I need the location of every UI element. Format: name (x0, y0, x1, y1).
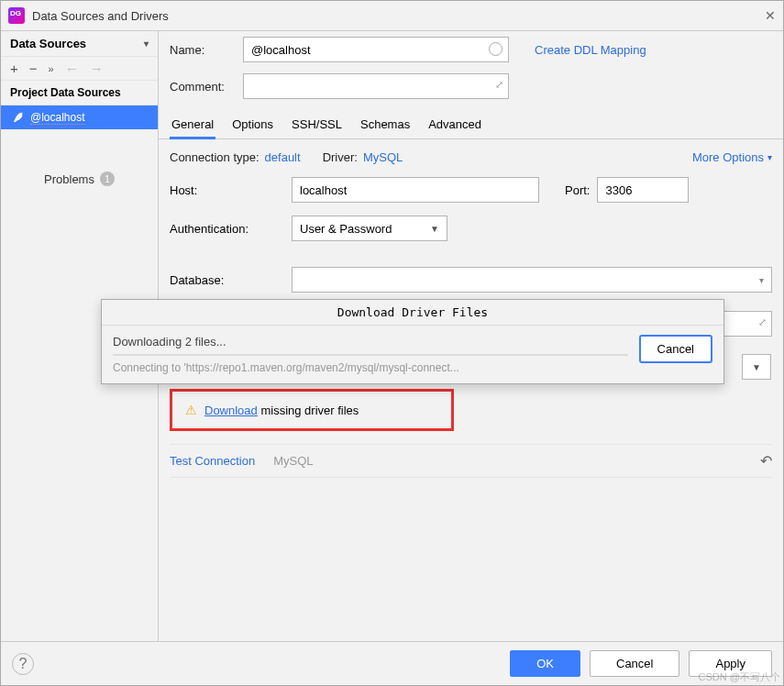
port-input[interactable]: 3306 (597, 177, 689, 203)
sidebar-section-label: Project Data Sources (1, 81, 158, 105)
database-row: Database: ▾ (170, 267, 772, 293)
name-value: @localhost (251, 43, 311, 57)
chevron-down-icon: ▾ (759, 275, 764, 285)
sidebar-toolbar: + − » ← → (1, 57, 158, 81)
download-dialog: Download Driver Files Downloading 2 file… (101, 299, 724, 384)
more-options-link[interactable]: More Options ▾ (692, 150, 772, 164)
ok-button[interactable]: OK (510, 650, 580, 677)
connection-type-link[interactable]: default (265, 150, 301, 164)
download-message: Downloading 2 files... (113, 335, 628, 349)
sidebar-item-localhost[interactable]: @localhost (1, 105, 158, 129)
test-row: Test Connection MySQL ↶ (170, 444, 772, 478)
comment-input[interactable]: ⤢ (243, 73, 509, 99)
create-ddl-link[interactable]: Create DDL Mapping (535, 43, 646, 57)
color-circle-icon[interactable] (489, 42, 502, 56)
database-label: Database: (170, 273, 284, 287)
name-input[interactable]: @localhost (243, 37, 509, 62)
add-icon[interactable]: + (10, 61, 18, 76)
download-banner: ⚠ Download missing driver files (170, 389, 454, 431)
database-input[interactable]: ▾ (292, 267, 772, 293)
remove-icon[interactable]: − (29, 61, 38, 76)
driver-link[interactable]: MySQL (363, 150, 403, 164)
revert-icon[interactable]: ↶ (760, 452, 772, 470)
problems-label: Problems (44, 172, 94, 186)
auth-label: Authentication: (170, 222, 284, 236)
name-label: Name: (170, 43, 236, 57)
forward-icon: → (90, 61, 104, 76)
feather-icon (10, 110, 25, 125)
warning-icon: ⚠ (185, 403, 197, 417)
tab-general[interactable]: General (170, 112, 215, 139)
comment-label: Comment: (170, 80, 236, 94)
download-dialog-title: Download Driver Files (102, 300, 723, 326)
chevron-down-icon: ▾ (144, 39, 149, 49)
hidden-dropdown[interactable]: ▼ (742, 354, 771, 380)
test-connection-link[interactable]: Test Connection (170, 454, 255, 468)
auth-select[interactable]: User & Password ▼ (292, 216, 447, 241)
sidebar-problems[interactable]: Problems 1 (1, 166, 158, 192)
more-options-label: More Options (692, 150, 764, 164)
expand-icon[interactable]: ⤢ (495, 79, 503, 91)
download-rest: missing driver files (258, 404, 359, 417)
tab-schemas[interactable]: Schemas (359, 112, 412, 138)
download-sub: Connecting to 'https://repo1.maven.org/m… (113, 361, 628, 374)
help-button[interactable]: ? (12, 653, 34, 675)
tab-options[interactable]: Options (230, 112, 275, 138)
host-row: Host: localhost Port: 3306 (170, 177, 772, 203)
sidebar-item-label: @localhost (30, 111, 85, 125)
window-title: Data Sources and Drivers (32, 9, 169, 23)
titlebar: Data Sources and Drivers ✕ (1, 1, 783, 30)
sidebar-header[interactable]: Data Sources ▾ (1, 31, 158, 57)
connection-type-row: Connection type: default Driver: MySQL M… (170, 150, 772, 164)
expand-icon[interactable]: ⤢ (758, 316, 767, 328)
port-label: Port: (565, 183, 590, 197)
host-value: localhost (300, 183, 347, 197)
download-link[interactable]: Download (204, 404, 258, 417)
host-label: Host: (170, 183, 284, 197)
bottom-bar: ? OK Cancel Apply (1, 641, 783, 685)
sidebar-header-label: Data Sources (10, 37, 86, 50)
host-input[interactable]: localhost (292, 177, 539, 203)
chevron-down-icon: ▾ (767, 152, 772, 162)
connection-type-label: Connection type: (170, 150, 259, 164)
problems-badge: 1 (100, 172, 115, 186)
name-row: Name: @localhost Create DDL Mapping (159, 31, 783, 68)
more-icon[interactable]: » (49, 63, 54, 74)
auth-value: User & Password (300, 222, 392, 236)
driver-label: Driver: (323, 150, 358, 164)
download-cancel-button[interactable]: Cancel (639, 335, 712, 363)
progress-bar (113, 354, 628, 356)
port-value: 3306 (605, 183, 632, 197)
cancel-button[interactable]: Cancel (590, 650, 679, 677)
driver-name: MySQL (273, 454, 313, 468)
tab-sshssl[interactable]: SSH/SSL (290, 112, 344, 138)
tab-advanced[interactable]: Advanced (426, 112, 483, 138)
close-icon[interactable]: ✕ (765, 8, 776, 23)
tabs: General Options SSH/SSL Schemas Advanced (159, 108, 783, 139)
chevron-down-icon: ▼ (430, 224, 439, 234)
back-icon: ← (65, 61, 79, 76)
auth-row: Authentication: User & Password ▼ (170, 216, 772, 241)
comment-row: Comment: ⤢ (159, 68, 783, 105)
watermark: CSDN @不写八个 (699, 670, 780, 684)
app-icon (8, 7, 25, 24)
